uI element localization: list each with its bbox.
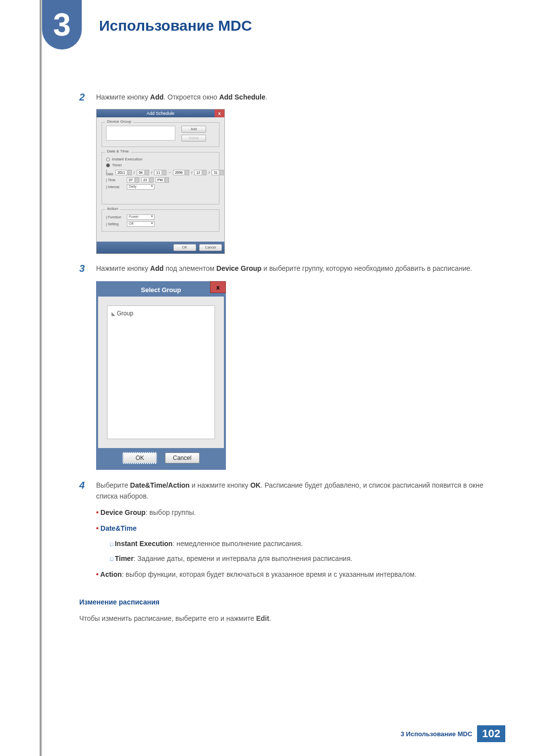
ampm[interactable] (156, 177, 164, 183)
time-hour[interactable]: : (127, 177, 139, 183)
instant-execution-label: Instant Execution (112, 157, 142, 161)
date-time-fieldset: Date & Time Instant Execution Timer | Da… (102, 152, 219, 204)
page-left-edge (40, 0, 41, 756)
sub-heading-edit-schedule: Изменение расписания (79, 598, 490, 606)
date-row: | Date : / : / : ~ : / : / : (106, 169, 215, 176)
select-group-dialog: Select Group x Group OK Cancel (96, 281, 226, 470)
chapter-title: Использование MDC (99, 17, 252, 34)
spinner-icon[interactable]: : (145, 170, 149, 175)
b: Add Schedule (219, 93, 265, 101)
time-minute[interactable]: : (141, 177, 154, 183)
date-to-year[interactable]: : (173, 170, 189, 175)
footer-label: 3 Использование MDC (401, 730, 473, 738)
spinner-icon[interactable]: : (128, 170, 132, 175)
dialog-footer: OK Cancel (98, 448, 224, 468)
b: Device Group (101, 508, 146, 516)
function-select[interactable]: Power (127, 214, 155, 220)
device-group-legend: Device Group (105, 119, 133, 124)
bullet-date-time: Date&Time Instant Execution: немедленное… (96, 523, 490, 564)
spinner-icon[interactable]: : (162, 170, 166, 175)
step4-bullets: Device Group: выбор группы. Date&Time In… (96, 507, 490, 580)
interval-select[interactable]: Daily (127, 184, 155, 190)
action-fieldset: Action | Function Power | Setting Off (102, 209, 219, 232)
ok-button[interactable]: OK (122, 452, 157, 464)
time-row: | Time : : : (106, 177, 215, 183)
dialog-titlebar: Select Group x (98, 283, 224, 297)
t: под элементом (163, 264, 216, 272)
delete-button[interactable]: Delete (181, 135, 206, 142)
step-number: 3 (79, 263, 88, 274)
spinner-icon[interactable]: : (150, 177, 154, 183)
t: . Откроется окно (163, 93, 219, 101)
function-label: | Function (106, 215, 125, 219)
t: . (269, 614, 271, 622)
m1[interactable] (137, 170, 145, 175)
sep: / (209, 170, 210, 175)
time-label: | Time (106, 178, 125, 182)
add-button[interactable]: Add (181, 126, 206, 133)
close-icon[interactable]: x (210, 281, 226, 293)
dialog-footer: OK Cancel (97, 242, 224, 253)
device-group-fieldset: Device Group Add Delete (102, 122, 219, 147)
device-group-list[interactable] (106, 126, 175, 141)
b: Timer (115, 554, 134, 562)
t: . (266, 93, 268, 101)
date-time-legend: Date & Time (105, 149, 131, 153)
group-item[interactable]: Group (111, 310, 211, 317)
ok-button[interactable]: OK (173, 244, 196, 251)
footer-page-number: 102 (477, 725, 505, 742)
d1[interactable] (154, 170, 162, 175)
radio-icon[interactable] (106, 163, 110, 167)
spinner-icon[interactable]: : (165, 177, 169, 183)
t: : выбор группы. (146, 508, 196, 516)
y1[interactable] (115, 170, 127, 175)
b: Date&Time/Action (130, 481, 190, 489)
y2[interactable] (173, 170, 185, 175)
spinner-icon[interactable]: : (203, 170, 207, 175)
setting-select[interactable]: Off (127, 221, 155, 227)
date-from-year[interactable]: : (115, 170, 132, 175)
instant-execution-row: Instant Execution (106, 157, 215, 161)
date-to-month[interactable]: : (194, 170, 207, 175)
dash: ~ (168, 170, 171, 175)
cancel-button[interactable]: Cancel (165, 453, 200, 463)
step-number: 2 (79, 92, 88, 103)
timer-label: Timer (112, 163, 122, 167)
t: Нажмите кнопку (96, 264, 150, 272)
close-icon[interactable]: x (214, 109, 224, 117)
sub-instant-execution: Instant Execution: немедленное выполнени… (110, 538, 490, 549)
t: и выберите группу, которую необходимо до… (262, 264, 472, 272)
step-2-text: Нажмите кнопку Add. Откроется окно Add S… (96, 92, 490, 103)
spinner-icon[interactable]: : (220, 170, 224, 175)
b: Add (150, 93, 163, 101)
h[interactable] (127, 177, 135, 183)
sep: / (151, 170, 152, 175)
t: и нажмите кнопку (190, 481, 250, 489)
sep: / (191, 170, 192, 175)
b: Action (100, 570, 122, 578)
date-from-day[interactable]: : (154, 170, 166, 175)
spinner-icon[interactable]: : (185, 170, 189, 175)
d2[interactable] (212, 170, 219, 175)
t: : выбор функции, которая будет включатьс… (122, 570, 417, 578)
chapter-badge: 3 (42, 0, 82, 50)
dialog-title: Select Group (141, 286, 181, 294)
m[interactable] (141, 177, 149, 183)
date-to-day[interactable]: : (212, 170, 224, 175)
radio-icon[interactable] (106, 157, 110, 161)
cancel-button[interactable]: Cancel (199, 244, 222, 251)
device-group-buttons: Add Delete (181, 126, 206, 144)
date-from-month[interactable]: : (137, 170, 149, 175)
m2[interactable] (194, 170, 202, 175)
dialog-body: Device Group Add Delete Date & Time Inst… (97, 117, 224, 242)
spinner-icon[interactable]: : (135, 177, 139, 183)
step-3-text: Нажмите кнопку Add под элементом Device … (96, 263, 490, 274)
page-footer: 3 Использование MDC 102 (401, 725, 505, 742)
t: : Задание даты, времени и интервала для … (134, 554, 353, 562)
step-2: 2 Нажмите кнопку Add. Откроется окно Add… (79, 92, 490, 103)
time-ampm[interactable]: : (156, 177, 169, 183)
step-4: 4 Выберите Date&Time/Action и нажмите кн… (79, 480, 490, 585)
sub-timer: Timer: Задание даты, времени и интервала… (110, 553, 490, 564)
sep: / (134, 170, 135, 175)
group-tree[interactable]: Group (107, 305, 215, 439)
